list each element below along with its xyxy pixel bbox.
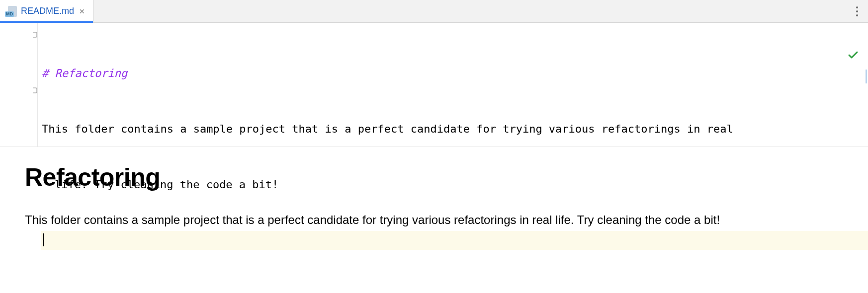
editor-gutter[interactable] (0, 23, 38, 146)
text-cursor (43, 233, 44, 246)
markdown-heading-source: # Refactoring (42, 67, 127, 79)
svg-point-2 (856, 14, 858, 16)
close-tab-icon[interactable]: ✕ (78, 7, 86, 15)
editor-line-continuation: life. Try cleaning the code a bit! (41, 175, 868, 194)
scrollbar-caret-marker (866, 70, 867, 83)
tab-bar-kebab-menu-icon[interactable] (846, 0, 868, 22)
fold-region-start-icon[interactable] (32, 31, 38, 39)
inspection-ok-check-icon[interactable] (808, 30, 859, 85)
editor-source-pane[interactable]: # Refactoring This folder contains a sam… (0, 23, 868, 147)
editor-tab-bar: MD README.md ✕ (0, 0, 868, 23)
fold-region-end-icon[interactable] (32, 86, 38, 94)
editor-current-line (41, 231, 868, 249)
editor-line: This folder contains a sample project th… (41, 120, 868, 138)
tab-readme[interactable]: MD README.md ✕ (0, 0, 93, 22)
svg-point-1 (856, 10, 858, 12)
markdown-file-icon: MD (5, 6, 17, 17)
svg-point-0 (856, 6, 858, 8)
editor-text-area[interactable]: # Refactoring This folder contains a sam… (38, 23, 868, 146)
tab-title: README.md (21, 6, 74, 16)
